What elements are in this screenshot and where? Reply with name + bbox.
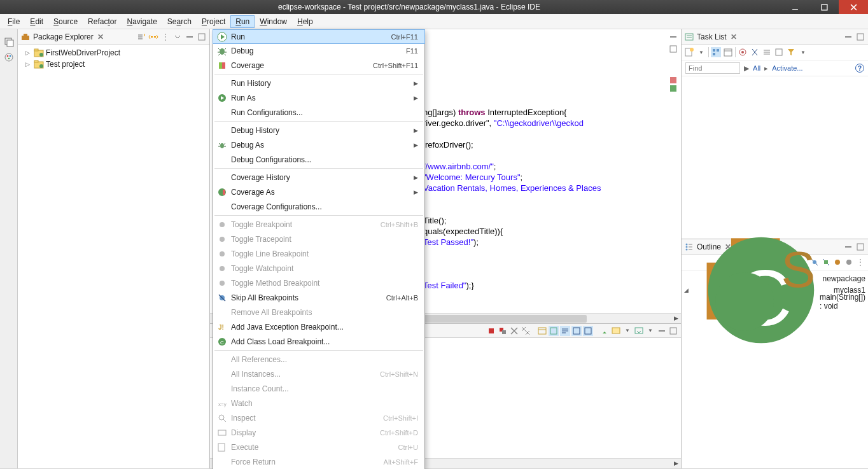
- menu-item-debug-configurations[interactable]: Debug Configurations...: [213, 152, 424, 167]
- menu-item-debug-as[interactable]: Debug As▶: [213, 137, 424, 152]
- terminate-icon[interactable]: [486, 326, 496, 336]
- filter-tasks-icon[interactable]: [786, 47, 796, 57]
- menu-item-skip-all-breakpoints[interactable]: Skip All BreakpointsCtrl+Alt+B: [213, 290, 424, 305]
- svg-point-7: [6, 55, 8, 57]
- find-input[interactable]: [685, 62, 740, 74]
- scroll-lock-icon[interactable]: [549, 326, 559, 336]
- sync-icon[interactable]: [750, 47, 760, 57]
- schedule-icon[interactable]: [723, 47, 733, 57]
- console-dropdown-icon[interactable]: ▼: [622, 326, 633, 336]
- max-console-icon[interactable]: [668, 326, 678, 336]
- menu-item-run[interactable]: RunCtrl+F11: [213, 29, 425, 44]
- new-task-dropdown-icon[interactable]: ▼: [696, 47, 706, 57]
- svg-rect-13: [199, 34, 205, 40]
- menu-item-debug[interactable]: DebugF11: [213, 43, 424, 58]
- activate-link[interactable]: Activate...: [772, 64, 802, 72]
- min-editor-icon[interactable]: [668, 32, 678, 42]
- hide-nonpublic-icon[interactable]: [832, 257, 843, 267]
- remove-all-icon[interactable]: [521, 326, 531, 336]
- maximize-view-icon[interactable]: [197, 32, 207, 42]
- menu-file[interactable]: File: [3, 15, 25, 28]
- menu-run[interactable]: Run: [230, 15, 255, 28]
- hide-icon[interactable]: [774, 47, 784, 57]
- menu-search[interactable]: Search: [162, 15, 197, 28]
- close-tasklist-icon[interactable]: ✕: [731, 32, 737, 41]
- menu-source[interactable]: Source: [48, 15, 83, 28]
- max-tasklist-icon[interactable]: [855, 32, 865, 42]
- filter-icon[interactable]: ⋮: [160, 32, 171, 42]
- menu-project[interactable]: Project: [197, 15, 230, 28]
- menu-refactor[interactable]: Refactor: [83, 15, 122, 28]
- menu-item-coverage[interactable]: CoverageCtrl+Shift+F11: [213, 58, 424, 73]
- menu-item-coverage-as[interactable]: Coverage As▶: [213, 185, 424, 199]
- pin-console-icon[interactable]: [599, 326, 610, 336]
- remove-launch-icon[interactable]: [509, 326, 519, 336]
- outline-node[interactable]: S main(String[]) : void: [684, 296, 865, 307]
- find-next-icon[interactable]: ▶: [744, 64, 749, 73]
- menu-help[interactable]: Help: [292, 15, 318, 28]
- hide-local-icon[interactable]: [844, 257, 854, 267]
- terminate-all-icon[interactable]: [498, 326, 508, 336]
- min-tasklist-icon[interactable]: [843, 32, 853, 42]
- restore-icon[interactable]: [4, 37, 14, 47]
- project-tree[interactable]: ▷ FirstWebDriverProject ▷ Test project: [18, 45, 209, 73]
- maximize-button[interactable]: [809, 0, 839, 14]
- max-editor-icon[interactable]: [668, 44, 678, 54]
- min-outline-icon[interactable]: [843, 242, 853, 252]
- method-icon: S: [701, 243, 818, 360]
- menu-edit[interactable]: Edit: [25, 15, 48, 28]
- package-explorer-view: Package Explorer ✕ ⋮ ▷ FirstWebDriverPro…: [18, 29, 210, 468]
- menu-item-run-as[interactable]: Run As▶: [213, 90, 424, 105]
- menu-item-add-class-load-breakpoint[interactable]: CAdd Class Load Breakpoint...: [213, 334, 424, 349]
- menu-item-toggle-method-breakpoint: Toggle Method Breakpoint: [213, 276, 424, 290]
- expand-icon[interactable]: ▷: [25, 50, 32, 56]
- scroll-right-icon[interactable]: ▶: [671, 460, 681, 468]
- expand-icon[interactable]: ▷: [25, 61, 32, 67]
- close-view-icon[interactable]: ✕: [97, 32, 104, 41]
- view-menu-icon[interactable]: [172, 32, 183, 42]
- minimize-view-icon[interactable]: [185, 32, 195, 42]
- menu-item-run-history[interactable]: Run History▶: [213, 76, 424, 90]
- link-editor-icon[interactable]: [148, 32, 158, 42]
- show-stderr-icon[interactable]: [583, 326, 593, 336]
- max-outline-icon[interactable]: [855, 242, 865, 252]
- task-list-view: Task List ✕ ▼ ▼: [682, 29, 868, 239]
- menu-navigate[interactable]: Navigate: [122, 15, 162, 28]
- clear-console-icon[interactable]: [537, 326, 547, 336]
- help-icon[interactable]: ?: [855, 64, 864, 73]
- scroll-right-icon[interactable]: ▶: [671, 315, 681, 323]
- all-link[interactable]: All: [753, 64, 760, 72]
- new-console-dropdown-icon[interactable]: ▼: [645, 326, 655, 336]
- menu-item-coverage-history[interactable]: Coverage History▶: [213, 170, 424, 185]
- project-node[interactable]: ▷ Test project: [19, 59, 208, 70]
- menu-item-run-configurations[interactable]: Run Configurations...: [213, 105, 424, 120]
- menu-window[interactable]: Window: [255, 15, 292, 28]
- close-button[interactable]: [839, 0, 868, 14]
- menu-item-coverage-configurations[interactable]: Coverage Configurations...: [213, 199, 424, 214]
- categorize-icon[interactable]: [711, 47, 721, 57]
- focus-icon[interactable]: [738, 47, 748, 57]
- outline-menu-icon[interactable]: ⋮: [855, 257, 865, 267]
- new-task-icon[interactable]: [684, 47, 694, 57]
- collapse-icon[interactable]: [762, 47, 772, 57]
- project-node[interactable]: ▷ FirstWebDriverProject: [19, 47, 208, 59]
- all-dropdown-icon[interactable]: ▸: [764, 64, 768, 73]
- menu-item-add-java-exception-breakpoint[interactable]: J!Add Java Exception Breakpoint...: [213, 319, 424, 334]
- open-console-icon[interactable]: [634, 326, 644, 336]
- tasklist-menu-icon[interactable]: ▼: [798, 47, 808, 57]
- display-console-icon[interactable]: [611, 326, 621, 336]
- main-menubar: File Edit Source Refactor Navigate Searc…: [0, 14, 868, 29]
- svg-point-74: [220, 251, 225, 256]
- word-wrap-icon[interactable]: [560, 326, 570, 336]
- menu-item-debug-history[interactable]: Debug History▶: [213, 123, 424, 137]
- collapse-icon[interactable]: ◢: [684, 287, 689, 293]
- show-stdout-icon[interactable]: [571, 326, 582, 336]
- svg-rect-38: [713, 49, 715, 52]
- outline-tree[interactable]: newpackage ◢ C myclass1 S main(String[])…: [682, 270, 868, 310]
- svg-rect-1: [822, 4, 827, 10]
- scrollbar-thumb[interactable]: [398, 315, 587, 323]
- minimize-button[interactable]: [780, 0, 809, 14]
- min-console-icon[interactable]: [657, 326, 667, 336]
- collapse-all-icon[interactable]: [136, 32, 146, 42]
- palette-icon[interactable]: [4, 52, 14, 62]
